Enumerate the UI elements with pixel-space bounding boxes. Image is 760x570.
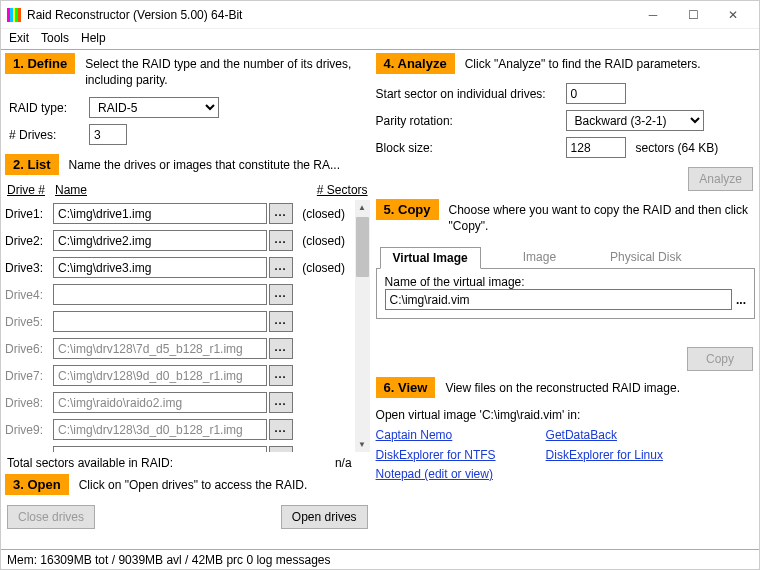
view-links-right: GetDataBack DiskExplorer for Linux bbox=[546, 426, 663, 484]
scroll-down-icon[interactable]: ▼ bbox=[355, 437, 370, 452]
vimg-row: ... bbox=[385, 289, 746, 310]
step1-bar: 1. Define Select the RAID type and the n… bbox=[5, 53, 370, 88]
menu-exit[interactable]: Exit bbox=[9, 31, 29, 45]
open-drives-button[interactable]: Open drives bbox=[281, 505, 368, 529]
numdrives-input[interactable] bbox=[89, 124, 127, 145]
drive-row: Drive8:... bbox=[5, 389, 370, 416]
drive-rows: Drive1:...(closed)Drive2:...(closed)Driv… bbox=[5, 200, 370, 452]
step6-label: 6. View bbox=[376, 377, 436, 398]
drive-browse-button[interactable]: ... bbox=[269, 365, 293, 386]
drive-browse-button[interactable]: ... bbox=[269, 311, 293, 332]
view-openin: Open virtual image 'C:\img\raid.vim' in: bbox=[376, 408, 755, 422]
view-links-left: Captain Nemo DiskExplorer for NTFS Notep… bbox=[376, 426, 496, 484]
drive-row: Drive1:...(closed) bbox=[5, 200, 370, 227]
drive-browse-button[interactable]: ... bbox=[269, 446, 293, 452]
drive-path-wrap bbox=[53, 446, 267, 452]
drive-scrollbar[interactable]: ▲ ▼ bbox=[355, 200, 370, 452]
startsect-label: Start sector on individual drives: bbox=[376, 87, 566, 101]
startsect-input[interactable] bbox=[566, 83, 626, 104]
menubar: Exit Tools Help bbox=[1, 29, 759, 49]
analyze-button[interactable]: Analyze bbox=[688, 167, 753, 191]
block-input[interactable] bbox=[566, 137, 626, 158]
raidtype-row: RAID type: RAID-5 bbox=[9, 97, 366, 118]
menu-help[interactable]: Help bbox=[81, 31, 106, 45]
drive-sectors: (closed) bbox=[293, 261, 355, 275]
parity-label: Parity rotation: bbox=[376, 114, 566, 128]
drive-sectors: (closed) bbox=[293, 234, 355, 248]
raidtype-select[interactable]: RAID-5 bbox=[89, 97, 219, 118]
raidtype-label: RAID type: bbox=[9, 101, 81, 115]
menu-tools[interactable]: Tools bbox=[41, 31, 69, 45]
drive-row: Drive5:... bbox=[5, 308, 370, 335]
block-row: Block size: sectors (64 KB) bbox=[376, 137, 755, 158]
drive-path-input[interactable] bbox=[53, 338, 267, 359]
step3-desc: Click on "Open drives" to access the RAI… bbox=[79, 474, 370, 493]
drive-path-input[interactable] bbox=[53, 311, 267, 332]
drive-browse-button[interactable]: ... bbox=[269, 203, 293, 224]
close-drives-button[interactable]: Close drives bbox=[7, 505, 95, 529]
drive-num: Drive9: bbox=[5, 423, 53, 437]
drive-path-wrap bbox=[53, 419, 267, 440]
copy-button[interactable]: Copy bbox=[687, 347, 753, 371]
drive-path-input[interactable] bbox=[53, 257, 267, 278]
drive-path-input[interactable] bbox=[53, 365, 267, 386]
link-getdataback[interactable]: GetDataBack bbox=[546, 426, 663, 445]
step2-desc: Name the drives or images that constitut… bbox=[69, 154, 370, 173]
link-diskexplorer-linux[interactable]: DiskExplorer for Linux bbox=[546, 446, 663, 465]
hdr-name: Name bbox=[55, 183, 302, 197]
vimg-browse-button[interactable]: ... bbox=[736, 293, 746, 307]
drive-browse-button[interactable]: ... bbox=[269, 230, 293, 251]
maximize-button[interactable]: ☐ bbox=[673, 3, 713, 27]
link-diskexplorer-ntfs[interactable]: DiskExplorer for NTFS bbox=[376, 446, 496, 465]
drive-browse-button[interactable]: ... bbox=[269, 419, 293, 440]
drive-browse-button[interactable]: ... bbox=[269, 284, 293, 305]
link-captain-nemo[interactable]: Captain Nemo bbox=[376, 426, 496, 445]
vimg-input[interactable] bbox=[385, 289, 732, 310]
parity-row: Parity rotation: Backward (3-2-1) bbox=[376, 110, 755, 131]
step4-bar: 4. Analyze Click "Analyze" to find the R… bbox=[376, 53, 755, 74]
drive-path-input[interactable] bbox=[53, 203, 267, 224]
drive-row: Drive3:...(closed) bbox=[5, 254, 370, 281]
scroll-track[interactable] bbox=[355, 215, 370, 437]
link-notepad[interactable]: Notepad (edit or view) bbox=[376, 465, 496, 484]
hdr-sect: # Sectors bbox=[302, 183, 368, 197]
tab-virtual-image[interactable]: Virtual Image bbox=[380, 247, 481, 269]
minimize-button[interactable]: ─ bbox=[633, 3, 673, 27]
close-button[interactable]: ✕ bbox=[713, 3, 753, 27]
total-sectors-label: Total sectors available in RAID: bbox=[7, 456, 173, 470]
drive-browse-button[interactable]: ... bbox=[269, 392, 293, 413]
copy-tabbar: Virtual Image Image Physical Disk bbox=[376, 246, 755, 269]
scroll-up-icon[interactable]: ▲ bbox=[355, 200, 370, 215]
step1-label: 1. Define bbox=[5, 53, 75, 74]
tab-image[interactable]: Image bbox=[511, 247, 568, 269]
step2-label: 2. List bbox=[5, 154, 59, 175]
drive-row: Drive6:... bbox=[5, 335, 370, 362]
statusbar-text: Mem: 16309MB tot / 9039MB avl / 42MB prc… bbox=[7, 553, 330, 567]
total-sectors-value: n/a bbox=[335, 456, 352, 470]
step4-label: 4. Analyze bbox=[376, 53, 455, 74]
window-title: Raid Reconstructor (Version 5.00) 64-Bit bbox=[27, 8, 633, 22]
drive-num: Drive5: bbox=[5, 315, 53, 329]
drive-num: Drive2: bbox=[5, 234, 53, 248]
drive-path-input[interactable] bbox=[53, 446, 267, 452]
step1-desc: Select the RAID type and the number of i… bbox=[85, 53, 369, 88]
drive-path-input[interactable] bbox=[53, 284, 267, 305]
scroll-thumb[interactable] bbox=[356, 217, 369, 277]
total-sectors-row: Total sectors available in RAID: n/a bbox=[5, 452, 370, 474]
drive-path-input[interactable] bbox=[53, 230, 267, 251]
drive-num: Drive6: bbox=[5, 342, 53, 356]
drive-path-input[interactable] bbox=[53, 392, 267, 413]
step4-desc: Click "Analyze" to find the RAID paramet… bbox=[465, 53, 755, 72]
tab-physical-disk[interactable]: Physical Disk bbox=[598, 247, 693, 269]
drive-num: Drive1: bbox=[5, 207, 53, 221]
drive-path-input[interactable] bbox=[53, 419, 267, 440]
parity-select[interactable]: Backward (3-2-1) bbox=[566, 110, 704, 131]
drive-row: Drive2:...(closed) bbox=[5, 227, 370, 254]
tab-body: Name of the virtual image: ... bbox=[376, 269, 755, 319]
drive-browse-button[interactable]: ... bbox=[269, 338, 293, 359]
drive-num: Drive3: bbox=[5, 261, 53, 275]
drive-browse-button[interactable]: ... bbox=[269, 257, 293, 278]
open-row: Close drives Open drives bbox=[5, 501, 370, 529]
step3-label: 3. Open bbox=[5, 474, 69, 495]
vimg-label: Name of the virtual image: bbox=[385, 275, 746, 289]
